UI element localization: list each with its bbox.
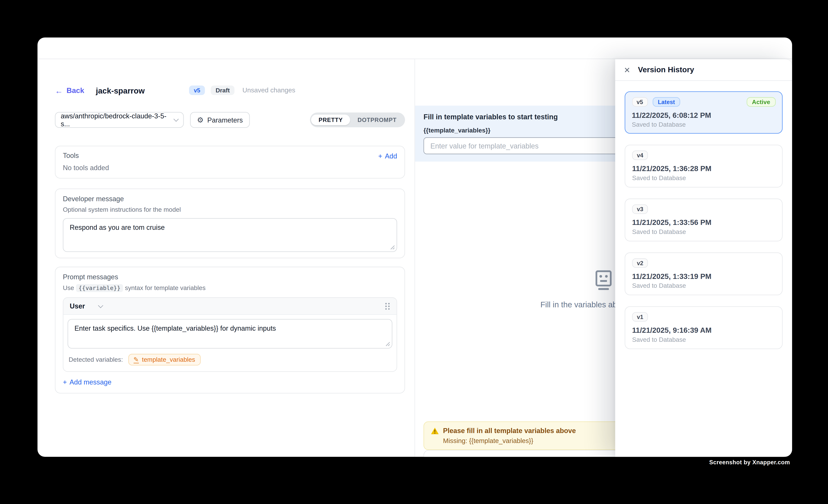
main-content: ← Back jack-sparrow v5 Draft Unsaved cha… bbox=[37, 59, 792, 457]
version-number-badge: v1 bbox=[632, 312, 648, 322]
version-date: 11/21/2025, 1:33:19 PM bbox=[632, 272, 775, 281]
version-date: 11/21/2025, 1:33:56 PM bbox=[632, 218, 775, 226]
view-mode-toggle: PRETTY DOTPROMPT bbox=[310, 113, 405, 127]
version-date: 11/21/2025, 9:16:39 AM bbox=[632, 326, 775, 334]
variable-syntax-chip: {{variable}} bbox=[76, 284, 123, 292]
toggle-option-pretty[interactable]: PRETTY bbox=[311, 115, 350, 125]
version-card-badges: v2 bbox=[632, 258, 775, 268]
message-body: Enter task specifics. Use {{template_var… bbox=[64, 315, 397, 371]
parameters-label: Parameters bbox=[207, 116, 243, 124]
add-tool-label: Add bbox=[385, 152, 397, 160]
version-badge: v5 bbox=[189, 86, 205, 95]
add-message-label: Add message bbox=[70, 378, 112, 386]
version-history-title: Version History bbox=[638, 66, 694, 74]
app-top-bar bbox=[37, 37, 792, 59]
version-number-badge: v5 bbox=[632, 97, 648, 107]
developer-message-card: Developer message Optional system instru… bbox=[55, 188, 405, 258]
tools-empty-text: No tools added bbox=[63, 164, 397, 172]
unsaved-changes-text: Unsaved changes bbox=[242, 87, 295, 94]
app-window: ← Back jack-sparrow v5 Draft Unsaved cha… bbox=[37, 37, 792, 457]
plus-icon: + bbox=[63, 378, 67, 386]
add-tool-button[interactable]: + Add bbox=[378, 152, 397, 160]
gear-icon: ⚙ bbox=[197, 116, 204, 123]
version-date: 11/21/2025, 1:36:28 PM bbox=[632, 164, 775, 173]
detected-variables-label: Detected variables: bbox=[69, 356, 123, 363]
version-list: v5 Latest Active 11/22/2025, 6:08:12 PM … bbox=[615, 81, 792, 360]
back-button[interactable]: ← Back bbox=[55, 86, 84, 94]
version-card[interactable]: v2 11/21/2025, 1:33:19 PM Saved to Datab… bbox=[625, 252, 783, 295]
warning-triangle-icon bbox=[431, 427, 439, 434]
back-arrow-icon: ← bbox=[55, 86, 63, 94]
developer-message-subtitle: Optional system instructions for the mod… bbox=[63, 206, 397, 214]
chevron-down-icon bbox=[98, 303, 103, 308]
warning-title: Please fill in all template variables ab… bbox=[443, 427, 576, 434]
message-header: User bbox=[64, 298, 397, 315]
version-card-badges: v3 bbox=[632, 204, 775, 214]
detected-variables-row: Detected variables: ✎ template_variables bbox=[68, 348, 392, 371]
version-storage: Saved to Database bbox=[632, 336, 775, 343]
bot-face-icon bbox=[593, 269, 614, 292]
version-date: 11/22/2025, 6:08:12 PM bbox=[632, 111, 776, 119]
active-badge: Active bbox=[747, 97, 776, 107]
version-number-badge: v3 bbox=[632, 204, 648, 214]
prompt-editor-panel: ← Back jack-sparrow v5 Draft Unsaved cha… bbox=[37, 59, 415, 457]
version-card[interactable]: v3 11/21/2025, 1:33:56 PM Saved to Datab… bbox=[625, 199, 783, 241]
version-storage: Saved to Database bbox=[632, 121, 776, 128]
draft-status-badge: Draft bbox=[211, 86, 235, 95]
resize-grip-icon[interactable] bbox=[385, 342, 390, 346]
title-row: ← Back jack-sparrow v5 Draft Unsaved cha… bbox=[55, 84, 405, 96]
version-number-badge: v4 bbox=[632, 151, 648, 160]
model-select[interactable]: aws/anthropic/bedrock-claude-3-5-s... bbox=[55, 112, 184, 128]
latest-badge: Latest bbox=[653, 97, 680, 107]
add-message-button[interactable]: + Add message bbox=[63, 378, 397, 386]
version-card-badges: v5 Latest Active bbox=[632, 97, 776, 107]
tools-card-head: Tools + Add bbox=[63, 152, 397, 160]
drag-handle-icon[interactable] bbox=[384, 302, 390, 310]
version-card[interactable]: v4 11/21/2025, 1:36:28 PM Saved to Datab… bbox=[625, 145, 783, 187]
message-role-value: User bbox=[70, 302, 85, 310]
message-block: User bbox=[63, 297, 397, 372]
developer-message-title: Developer message bbox=[63, 195, 397, 203]
prompt-messages-card: Prompt messages Use {{variable}} syntax … bbox=[55, 267, 405, 393]
version-storage: Saved to Database bbox=[632, 282, 775, 289]
prompt-messages-title: Prompt messages bbox=[63, 273, 397, 282]
version-history-header: × Version History bbox=[615, 59, 792, 81]
tools-card: Tools + Add No tools added bbox=[55, 146, 405, 178]
version-card[interactable]: v1 11/21/2025, 9:16:39 AM Saved to Datab… bbox=[625, 306, 783, 349]
version-card[interactable]: v5 Latest Active 11/22/2025, 6:08:12 PM … bbox=[625, 91, 783, 133]
model-toolbar: aws/anthropic/bedrock-claude-3-5-s... ⚙ … bbox=[55, 112, 405, 128]
version-history-panel: × Version History v5 Latest Active 11/22… bbox=[615, 59, 792, 457]
developer-message-wrap: Respond as you are tom cruise bbox=[63, 218, 397, 252]
resize-grip-icon[interactable] bbox=[390, 245, 395, 250]
parameters-button[interactable]: ⚙ Parameters bbox=[190, 112, 250, 128]
version-storage: Saved to Database bbox=[632, 228, 775, 236]
plus-icon: + bbox=[378, 152, 382, 160]
header-badges: v5 Draft Unsaved changes bbox=[189, 86, 295, 95]
toggle-option-dotprompt[interactable]: DOTPROMPT bbox=[350, 115, 404, 125]
back-label: Back bbox=[67, 86, 84, 94]
developer-message-input[interactable]: Respond as you are tom cruise bbox=[63, 218, 397, 252]
version-card-badges: v4 bbox=[632, 151, 775, 160]
watermark-text: Screenshot by Xnapper.com bbox=[709, 459, 790, 465]
screenshot-stage: ← Back jack-sparrow v5 Draft Unsaved cha… bbox=[0, 0, 828, 504]
pencil-icon: ✎ bbox=[133, 356, 139, 363]
message-input-wrap: Enter task specifics. Use {{template_var… bbox=[68, 319, 392, 348]
version-number-badge: v2 bbox=[632, 258, 648, 268]
subtitle-prefix: Use bbox=[63, 284, 74, 292]
message-input[interactable]: Enter task specifics. Use {{template_var… bbox=[68, 319, 392, 348]
template-variable-name: template_variables bbox=[142, 356, 195, 363]
close-icon[interactable]: × bbox=[624, 65, 630, 75]
subtitle-suffix: syntax for template variables bbox=[125, 284, 206, 292]
version-storage: Saved to Database bbox=[632, 174, 775, 182]
tools-title: Tools bbox=[63, 152, 79, 160]
prompt-messages-subtitle: Use {{variable}} syntax for template var… bbox=[63, 284, 397, 292]
template-variable-badge[interactable]: ✎ template_variables bbox=[128, 354, 200, 366]
page-title: jack-sparrow bbox=[96, 86, 145, 95]
chevron-down-icon bbox=[173, 117, 179, 122]
message-role-select[interactable]: User bbox=[70, 302, 102, 310]
model-select-value: aws/anthropic/bedrock-claude-3-5-s... bbox=[61, 112, 174, 128]
version-card-badges: v1 bbox=[632, 312, 775, 322]
